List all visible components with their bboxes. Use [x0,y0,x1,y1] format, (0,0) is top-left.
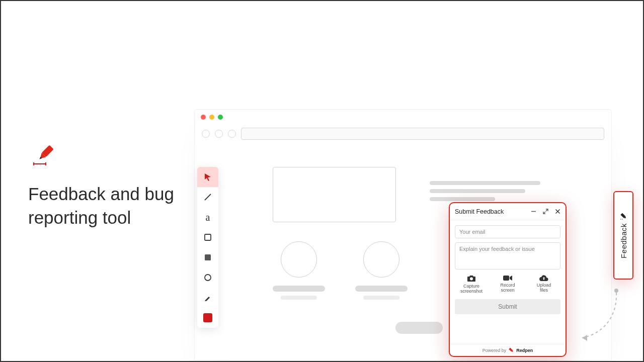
email-field[interactable] [455,225,560,238]
skeleton-text-block [430,177,550,205]
annotation-toolbar: a [197,167,218,328]
upload-files-button[interactable]: Uploadfiles [528,275,559,294]
feedback-panel-footer: Powered by Redpen [450,344,566,356]
tool-line[interactable] [197,187,218,207]
nav-reload-placeholder [228,130,236,138]
window-zoom-dot[interactable] [218,115,223,120]
page-headline: Feedback and bugreporting tool [28,182,174,230]
logo-mark [32,144,56,168]
pen-icon [37,145,54,161]
video-icon [503,275,513,282]
feedback-side-tab[interactable]: Feedback [613,191,633,280]
window-controls [195,110,611,121]
cloud-upload-icon [539,275,549,282]
tool-rect-outline[interactable] [197,227,218,247]
camera-icon [467,275,476,283]
tool-circle-outline[interactable] [197,267,218,288]
skeleton-card [273,241,325,300]
feedback-panel-title: Submit Feedback [455,208,530,215]
measure-icon [34,162,46,165]
tool-text[interactable]: a [197,207,218,227]
skeleton-hero-box [273,167,396,222]
window-close-dot[interactable] [201,115,206,120]
svg-marker-18 [510,276,512,281]
svg-point-10 [205,275,211,281]
svg-rect-17 [503,276,509,281]
svg-marker-6 [205,173,211,181]
svg-point-24 [614,289,618,293]
canvas: Feedback and bugreporting tool a [0,0,644,362]
submit-button[interactable]: Submit [455,299,560,314]
minimize-icon[interactable] [530,209,536,215]
capture-screenshot-button[interactable]: Capturescreenshot [456,275,487,294]
nav-forward-placeholder [215,130,223,138]
feedback-panel: Submit Feedback [449,202,567,357]
hint-arrow [577,288,627,348]
browser-chrome [195,121,611,146]
svg-marker-25 [582,335,587,341]
svg-rect-8 [205,234,211,240]
pen-icon [619,212,627,220]
color-swatch-red [203,313,212,322]
feedback-panel-header: Submit Feedback [450,203,566,220]
record-screen-button[interactable]: Recordscreen [492,275,523,294]
svg-point-16 [470,278,473,281]
tool-pointer[interactable] [197,167,218,187]
skeleton-button [395,322,443,334]
tool-rect-fill[interactable] [197,247,218,267]
svg-line-7 [205,194,211,200]
feedback-side-tab-label: Feedback [619,223,628,258]
skeleton-cards [273,241,408,300]
message-field[interactable] [455,242,560,269]
tool-highlighter[interactable] [197,288,218,308]
expand-icon[interactable] [542,209,548,215]
window-minimize-dot[interactable] [209,115,214,120]
redpen-logo-icon [508,347,514,353]
tool-color-swatch[interactable] [197,308,218,328]
nav-back-placeholder [202,130,210,138]
close-icon[interactable] [554,209,560,215]
skeleton-card [355,241,408,300]
svg-rect-9 [205,254,211,260]
url-bar-placeholder [241,128,604,140]
